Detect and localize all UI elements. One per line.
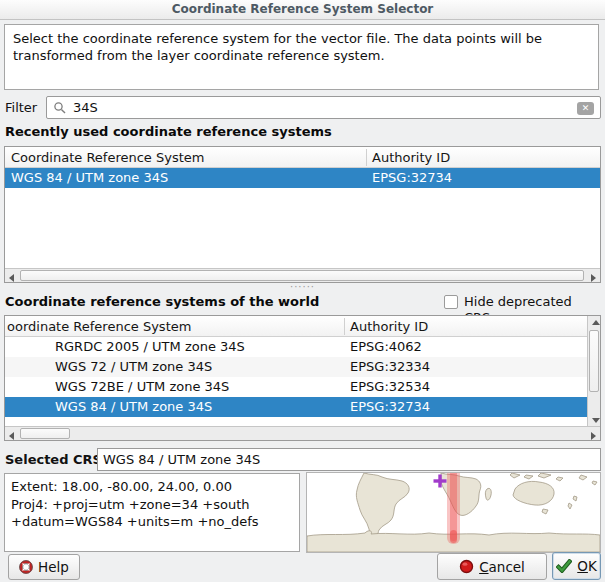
crs-info-panel: Extent: 18.00, -80.00, 24.00, 0.00 Proj4…: [4, 473, 300, 552]
authority-cell: EPSG:32734: [350, 397, 570, 417]
crs-name-cell: WGS 84 / UTM zone 34S: [55, 397, 340, 417]
scroll-left-button[interactable]: [5, 428, 19, 441]
world-section-heading: Coordinate reference systems of the worl…: [5, 294, 319, 309]
scroll-down-button[interactable]: [589, 413, 601, 426]
ok-button-label: OK: [577, 558, 597, 574]
crs-proj4-text-line2: +datum=WGS84 +units=m +no_defs: [11, 513, 293, 531]
world-crs-table: oordinate Reference System Authority ID …: [4, 315, 601, 441]
splitter-handle[interactable]: ······: [0, 284, 605, 291]
column-header-authority[interactable]: Authority ID: [350, 316, 428, 337]
filter-label: Filter: [5, 97, 37, 119]
cancel-button[interactable]: Cancel: [437, 553, 547, 580]
column-header-crs[interactable]: oordinate Reference System: [7, 316, 191, 337]
search-icon: [53, 101, 67, 115]
selected-crs-field[interactable]: [103, 450, 595, 469]
column-header-authority[interactable]: Authority ID: [372, 147, 450, 168]
scrollbar-thumb[interactable]: [589, 330, 599, 392]
authority-cell: EPSG:32734: [372, 168, 592, 188]
description-text: Select the coordinate reference system f…: [4, 24, 599, 90]
scroll-up-button[interactable]: [589, 316, 601, 329]
help-button-label: Help: [38, 559, 69, 575]
utm-zone-highlight: [447, 473, 460, 544]
authority-cell: EPSG:32334: [350, 357, 570, 377]
column-header-crs[interactable]: Coordinate Reference System: [11, 147, 204, 168]
cancel-button-label: Cancel: [479, 559, 525, 575]
selected-crs-field-wrap: [97, 448, 601, 471]
recent-crs-table: Coordinate Reference System Authority ID…: [4, 146, 601, 283]
crs-selector-dialog: Coordinate Reference System Selector Sel…: [0, 0, 605, 582]
crs-name-cell: WGS 72 / UTM zone 34S: [55, 357, 340, 377]
crs-extent-map-preview: [306, 472, 601, 553]
crs-extent-text: Extent: 18.00, -80.00, 24.00, 0.00: [11, 478, 293, 496]
help-button[interactable]: Help: [8, 554, 80, 580]
clear-filter-icon[interactable]: ✕: [577, 102, 594, 115]
ok-check-icon: [556, 559, 572, 573]
selected-crs-label: Selected CRS: [5, 449, 102, 471]
hide-deprecated-checkbox[interactable]: [444, 295, 458, 309]
column-divider[interactable]: [344, 318, 345, 335]
dialog-title: Coordinate Reference System Selector: [0, 0, 605, 20]
help-icon: [19, 560, 33, 574]
scroll-right-button[interactable]: [586, 428, 600, 441]
ok-button[interactable]: OK: [552, 552, 601, 580]
table-row-wgs84[interactable]: WGS 84 / UTM zone 34S EPSG:32734: [5, 397, 587, 417]
recent-section-heading: Recently used coordinate reference syste…: [5, 124, 332, 139]
column-divider[interactable]: [366, 149, 367, 166]
recent-table-header: Coordinate Reference System Authority ID: [5, 147, 600, 168]
authority-cell: EPSG:32534: [350, 377, 570, 397]
crs-name-cell: WGS 84 / UTM zone 34S: [11, 168, 361, 188]
scrollbar-thumb[interactable]: [20, 270, 584, 281]
table-row-rgrdc2005[interactable]: RGRDC 2005 / UTM zone 34S EPSG:4062: [5, 337, 587, 357]
filter-input-wrap: ✕: [46, 96, 601, 119]
cancel-icon: [459, 559, 474, 574]
world-vertical-scrollbar[interactable]: [587, 316, 600, 426]
table-row-recent-wgs84[interactable]: WGS 84 / UTM zone 34S EPSG:32734: [5, 168, 600, 188]
crs-name-cell: WGS 72BE / UTM zone 34S: [55, 377, 340, 397]
recent-horizontal-scrollbar[interactable]: [5, 268, 600, 282]
filter-input[interactable]: [73, 98, 563, 117]
authority-cell: EPSG:4062: [350, 337, 570, 357]
scrollbar-thumb[interactable]: [20, 428, 70, 439]
table-row-wgs72be[interactable]: WGS 72BE / UTM zone 34S EPSG:32534: [5, 377, 587, 397]
world-table-header: oordinate Reference System Authority ID: [5, 316, 587, 337]
world-horizontal-scrollbar[interactable]: [5, 426, 600, 440]
crs-name-cell: RGRDC 2005 / UTM zone 34S: [55, 337, 340, 357]
crs-proj4-text-line1: Proj4: +proj=utm +zone=34 +south: [11, 496, 293, 514]
scroll-left-button[interactable]: [5, 270, 19, 283]
scroll-right-button[interactable]: [586, 270, 600, 283]
table-row-wgs72[interactable]: WGS 72 / UTM zone 34S EPSG:32334: [5, 357, 587, 377]
